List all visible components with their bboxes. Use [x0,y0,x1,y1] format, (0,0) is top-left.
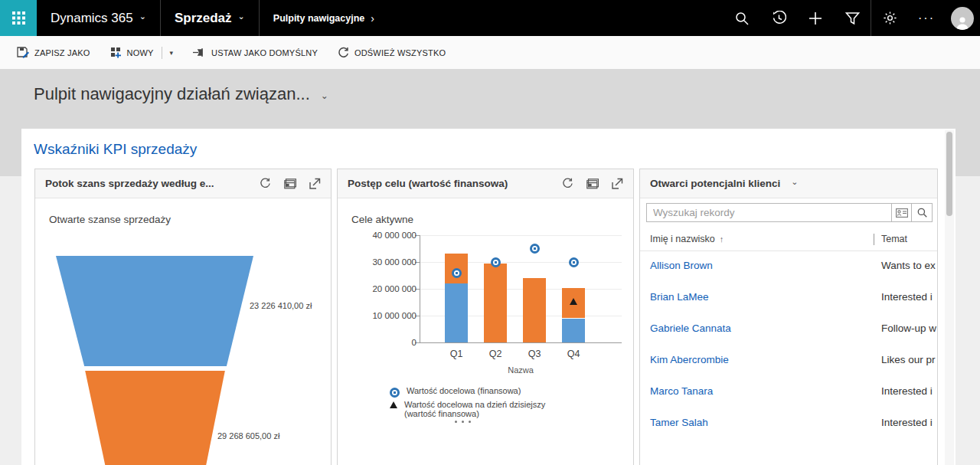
bar-segment-q1[interactable] [445,283,468,342]
panel-refresh-icon[interactable] [562,178,573,189]
panel-view-records-icon[interactable] [586,178,599,189]
lead-topic-cell: Likes our pr [881,354,936,365]
save-as-label: ZAPISZ JAKO [34,48,90,57]
lead-name-link[interactable]: Allison Brown [650,260,713,271]
y-axis-tick-label: 30 000 000 [348,257,416,267]
goal-panel-title: Postęp celu (wartość finansowa) [348,178,508,189]
save-as-icon [17,47,29,58]
y-axis-tick-label: 0 [348,338,416,347]
search-records-button[interactable] [912,203,933,222]
funnel-segment[interactable] [56,371,253,465]
contact-card-icon [896,208,908,218]
goal-progress-panel: Postęp celu (wartość finansowa) [337,169,634,465]
nav-brand-menu[interactable]: Dynamics 365 ⌄ [37,0,160,36]
user-profile-button[interactable] [945,0,980,36]
table-row[interactable]: Allison BrownWants to ex [640,251,937,282]
app-name-label: Sprzedaż [175,11,232,26]
x-axis-category-label: Q2 [480,349,511,359]
legend-pager-dots[interactable] [390,421,535,423]
bar-segment-q2[interactable] [484,264,507,342]
funnel-segment[interactable] [56,256,253,366]
panel-expand-icon[interactable] [309,178,321,189]
pin-icon [193,47,206,57]
table-row[interactable]: Gabriele CannataFollow-up w [640,313,937,345]
y-axis-tick-label: 10 000 000 [348,311,416,320]
filter-funnel-icon [845,11,860,25]
funnel-chart-title: Otwarte szanse sprzedaży [49,214,171,225]
x-axis-category-label: Q3 [519,349,550,359]
lead-name-link[interactable]: Kim Abercrombie [650,354,729,365]
card-scrollbar-thumb[interactable] [946,132,952,216]
settings-button[interactable] [871,0,908,36]
lead-name-link[interactable]: Gabriele Cannata [650,323,731,334]
gear-icon [883,11,897,25]
card-view-button[interactable] [891,203,912,222]
save-as-button[interactable]: ZAPISZ JAKO [17,47,90,58]
search-input[interactable] [646,203,891,222]
target-today-triangle-marker [570,298,577,305]
panel-view-records-icon[interactable] [284,178,296,189]
lead-topic-cell: Interested i [881,385,933,397]
recent-items-button[interactable] [760,0,797,36]
quick-create-button[interactable] [797,0,834,36]
advanced-find-button[interactable] [834,0,871,36]
legend-entry-target-today: Wartość docelowa na dzień dzisiejszy (wa… [404,400,557,418]
waffle-icon [12,11,25,25]
nav-breadcrumb-area[interactable]: Pulpity nawigacyjne › [260,0,388,36]
card-scrollbar[interactable] [945,130,954,465]
table-row[interactable]: Marco TanaraInterested i [640,376,937,408]
set-as-default-button[interactable]: USTAW JAKO DOMYŚLNY [193,47,318,57]
new-button[interactable]: NOWY [110,47,154,58]
chevron-right-icon: › [371,13,374,24]
goal-chart-title: Cele aktywne [351,214,413,225]
x-axis-category-label: Q4 [558,349,589,359]
refresh-icon [338,47,349,58]
lead-topic-cell: Follow-up w [881,323,936,334]
funnel-panel-title: Potok szans sprzedaży według e... [45,178,214,189]
leads-grid-header: Imię i nazwisko ↑ Temat [640,231,937,251]
lead-name-link[interactable]: Tamer Salah [650,417,708,428]
column-header-name[interactable]: Imię i nazwisko ↑ [650,234,724,244]
search-button[interactable] [724,0,760,36]
funnel-chart-area: Otwarte szanse sprzedaży 23 226 410,00 z… [35,198,331,465]
target-circle-marker [452,268,462,278]
section-heading: Wskaźniki KPI sprzedaży [34,141,197,158]
chevron-down-icon: ⌄ [139,12,146,21]
legend-entry-target: Wartość docelowa (finansowa) [407,386,521,398]
avatar [951,7,974,30]
page-title: Pulpit nawigacyjny działań związan... [34,84,310,104]
lead-name-link[interactable]: Brian LaMee [650,291,709,303]
open-leads-panel: Otwarci potencjalni klienci ⌄ [639,169,938,465]
target-circle-marker [569,257,579,267]
dashboard-selector-chevron-icon[interactable]: ⌄ [321,90,328,101]
x-axis-category-label: Q1 [441,349,472,359]
sort-ascending-icon: ↑ [720,234,724,244]
goal-bar-chart-plot: 010 000 00020 000 00030 000 00040 000 00… [420,235,622,342]
column-header-topic[interactable]: Temat [881,234,907,244]
nav-app-menu[interactable]: Sprzedaż ⌄ [161,0,259,36]
leads-list-area: Imię i nazwisko ↑ Temat Allison BrownWan… [640,198,937,465]
top-navigation-bar: Dynamics 365 ⌄ Sprzedaż ⌄ Pulpity nawiga… [0,0,980,36]
leads-panel-title: Otwarci potencjalni klienci [650,178,780,189]
lead-topic-cell: Interested i [881,417,933,428]
table-row[interactable]: Tamer SalahInterested i [640,408,937,439]
y-axis-line [420,235,420,343]
lead-name-link[interactable]: Marco Tanara [650,385,713,397]
panel-refresh-icon[interactable] [260,178,271,189]
new-label: NOWY [127,48,154,57]
app-launcher-button[interactable] [0,0,37,36]
ellipsis-icon: ··· [918,11,935,25]
table-row[interactable]: Brian LaMeeInterested i [640,282,937,313]
table-row[interactable]: Kim AbercrombieLikes our pr [640,345,937,376]
new-dropdown-button[interactable]: ▾ [170,49,174,57]
leads-view-selector-chevron-icon[interactable]: ⌄ [791,178,798,186]
goal-chart-legend: Wartość docelowa (finansowa) Wartość doc… [390,386,581,423]
command-divider [162,47,162,59]
bar-segment-q3[interactable] [523,278,546,342]
refresh-all-button[interactable]: ODŚWIEŻ WSZYSTKO [338,47,446,58]
column-divider[interactable] [874,234,874,245]
bar-segment-q4[interactable] [562,319,585,343]
more-commands-button[interactable]: ··· [908,0,945,36]
panel-expand-icon[interactable] [612,178,623,189]
chevron-down-icon: ⌄ [238,12,245,21]
